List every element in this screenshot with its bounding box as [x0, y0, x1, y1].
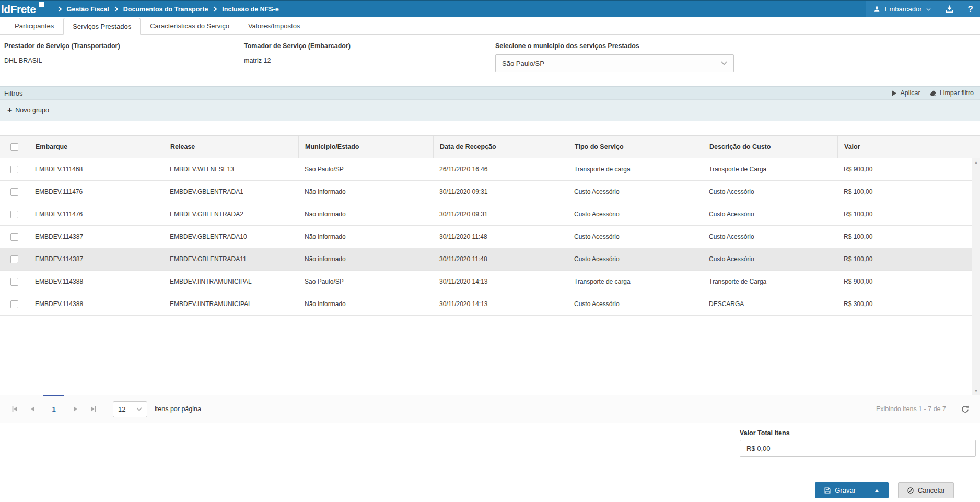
prestador-label: Prestador de Serviço (Transportador)	[4, 42, 244, 50]
cancel-button-label: Cancelar	[918, 486, 945, 494]
next-page-button[interactable]	[70, 406, 80, 412]
tab[interactable]: Valores/Impostos	[239, 17, 309, 34]
cell-release: EMBDEV.IINTRAMUNICIPAL	[164, 278, 298, 285]
scroll-up-icon[interactable]	[974, 160, 978, 164]
row-checkbox[interactable]	[10, 255, 18, 263]
chevron-right-icon	[213, 6, 217, 12]
tab[interactable]: Participantes	[5, 17, 63, 34]
vertical-scrollbar[interactable]	[972, 158, 980, 395]
cell-data-recepcao: 26/11/2020 16:46	[433, 166, 568, 173]
column-header[interactable]: Municipio/Estado	[298, 136, 433, 158]
table-row[interactable]: EMBDEV.114388 EMBDEV.IINTRAMUNICIPAL São…	[0, 271, 972, 293]
column-header[interactable]: Tipo do Serviço	[568, 136, 703, 158]
page-size-value: 12	[118, 405, 125, 413]
cell-release: EMBDEV.WLLNFSE13	[164, 166, 298, 173]
row-checkbox[interactable]	[10, 211, 18, 218]
table-row[interactable]: EMBDEV.111468 EMBDEV.WLLNFSE13 São Paulo…	[0, 158, 972, 181]
cell-data-recepcao: 30/11/2020 14:13	[433, 278, 568, 285]
apply-icon	[892, 90, 897, 96]
cell-release: EMBDEV.GBLENTRADA1	[164, 188, 298, 195]
cell-tipo-servico: Transporte de carga	[568, 278, 703, 285]
cell-municipio-estado: Não informado	[298, 188, 433, 195]
breadcrumb-item[interactable]: Gestão Fiscal	[67, 6, 109, 13]
cell-tipo-servico: Custo Acessório	[568, 255, 703, 263]
spacer	[0, 121, 980, 135]
row-checkbox[interactable]	[10, 188, 18, 196]
filters-bar: Filtros Aplicar Limpar filtro	[0, 86, 980, 100]
cell-valor: R$ 300,00	[837, 300, 972, 308]
last-page-icon	[90, 406, 96, 412]
current-page-button[interactable]: 1	[45, 395, 63, 423]
chevron-right-icon	[58, 6, 62, 12]
save-button[interactable]: Gravar	[815, 482, 865, 498]
cell-municipio-estado: São Paulo/SP	[298, 278, 433, 285]
chevron-down-icon	[926, 8, 931, 11]
cell-embarque: EMBDEV.111476	[29, 188, 164, 195]
column-header[interactable]: Valor	[837, 136, 972, 158]
save-icon	[824, 487, 831, 494]
breadcrumb-item[interactable]: Documentos do Transporte	[123, 6, 208, 13]
row-checkbox[interactable]	[10, 300, 18, 308]
cell-municipio-estado: Não informado	[298, 211, 433, 218]
user-menu-label: Embarcador	[885, 5, 922, 13]
tab[interactable]: Serviços Prestados	[63, 18, 141, 35]
table-row[interactable]: EMBDEV.111476 EMBDEV.GBLENTRADA2 Não inf…	[0, 203, 972, 226]
select-all-checkbox[interactable]	[10, 143, 18, 151]
breadcrumb-item[interactable]: Inclusão de NFS-e	[222, 6, 278, 13]
breadcrumb: Gestão Fiscal Documentos do Transporte I…	[53, 6, 279, 13]
previous-page-button[interactable]	[27, 406, 38, 412]
row-checkbox[interactable]	[10, 166, 18, 173]
column-header[interactable]: Release	[164, 136, 298, 158]
tomador-field: Tomador de Serviço (Embarcador) matriz 1…	[244, 42, 495, 86]
cancel-icon	[907, 487, 914, 494]
cell-release: EMBDEV.GBLENTRADA11	[164, 255, 298, 263]
new-group-button[interactable]: + Novo grupo	[7, 106, 49, 114]
row-checkbox-cell	[0, 166, 29, 173]
topbar: ldFrete Gestão Fiscal Documentos do Tran…	[0, 0, 980, 17]
total-field: Valor Total Itens	[740, 429, 976, 457]
tab-bar: Participantes Serviços Prestados Caracte…	[0, 17, 980, 35]
download-button[interactable]	[938, 1, 961, 17]
next-page-icon	[73, 406, 78, 412]
cell-descricao-custo: Transporte de Carga	[703, 166, 837, 173]
cell-embarque: EMBDEV.114387	[29, 255, 164, 263]
scroll-down-icon[interactable]	[974, 389, 978, 393]
row-checkbox[interactable]	[10, 233, 18, 241]
apply-filter-button[interactable]: Aplicar	[892, 89, 920, 97]
column-header[interactable]: Embarque	[29, 136, 164, 158]
page-size-select[interactable]: 12	[113, 401, 147, 417]
plus-icon: +	[7, 106, 12, 114]
cell-municipio-estado: São Paulo/SP	[298, 166, 433, 173]
save-split-button: Gravar	[815, 482, 889, 498]
download-icon	[945, 5, 954, 14]
first-page-button[interactable]	[9, 406, 20, 412]
user-icon	[873, 5, 881, 13]
tab[interactable]: Características do Serviço	[141, 17, 239, 34]
row-checkbox-cell	[0, 188, 29, 196]
table-row[interactable]: EMBDEV.114387 EMBDEV.GBLENTRADA10 Não in…	[0, 226, 972, 248]
row-checkbox[interactable]	[10, 278, 18, 286]
cell-release: EMBDEV.GBLENTRADA2	[164, 211, 298, 218]
column-header[interactable]: Descrição do Custo	[703, 136, 837, 158]
tomador-label: Tomador de Serviço (Embarcador)	[244, 42, 495, 50]
user-menu[interactable]: Embarcador	[866, 1, 938, 17]
cell-data-recepcao: 30/11/2020 09:31	[433, 211, 568, 218]
clear-filter-button[interactable]: Limpar filtro	[929, 89, 974, 97]
cell-data-recepcao: 30/11/2020 14:13	[433, 300, 568, 308]
table-row[interactable]: EMBDEV.114387 EMBDEV.GBLENTRADA11 Não in…	[0, 248, 972, 271]
cancel-button[interactable]: Cancelar	[898, 482, 954, 498]
row-checkbox-cell	[0, 233, 29, 241]
clear-filter-icon	[929, 90, 937, 97]
municipio-select[interactable]: São Paulo/SP	[495, 54, 734, 72]
save-options-button[interactable]	[865, 482, 889, 498]
cell-release: EMBDEV.IINTRAMUNICIPAL	[164, 300, 298, 308]
app-logo[interactable]: ldFrete	[1, 4, 45, 15]
table-row[interactable]: EMBDEV.114388 EMBDEV.IINTRAMUNICIPAL Não…	[0, 293, 972, 316]
column-header[interactable]: Data de Recepção	[433, 136, 568, 158]
refresh-button[interactable]	[961, 405, 970, 414]
total-input[interactable]	[740, 440, 976, 457]
table-row[interactable]: EMBDEV.111476 EMBDEV.GBLENTRADA1 Não inf…	[0, 181, 972, 203]
help-button[interactable]: ?	[961, 1, 980, 17]
prestador-value: DHL BRASIL	[4, 57, 244, 64]
last-page-button[interactable]	[88, 406, 98, 412]
